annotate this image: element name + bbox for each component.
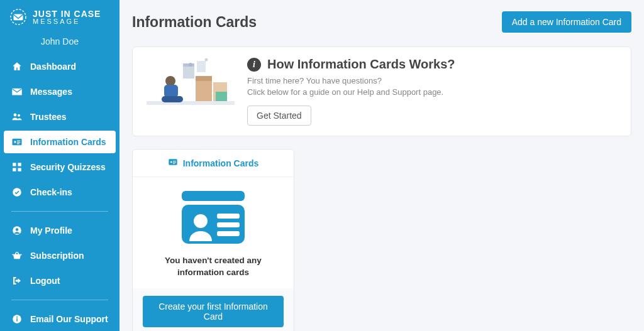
- sidebar-item-label: Information Cards: [30, 137, 106, 147]
- banner-title: How Information Cards Works?: [267, 57, 455, 72]
- svg-rect-8: [17, 143, 19, 144]
- sidebar-item-email-support[interactable]: Email Our Support: [4, 308, 116, 330]
- svg-point-19: [16, 317, 18, 318]
- cards-row: Information Cards Y: [132, 149, 631, 331]
- brand-line1: JUST IN CASE: [33, 9, 101, 18]
- page-title: Information Cards: [132, 14, 257, 31]
- sidebar-item-label: Subscription: [30, 251, 84, 261]
- svg-point-15: [16, 228, 19, 231]
- sidebar-item-dashboard[interactable]: Dashboard: [4, 55, 116, 78]
- sidebar-item-label: Trustees: [30, 112, 67, 122]
- svg-rect-30: [216, 92, 227, 101]
- svg-rect-6: [17, 141, 20, 141]
- sidebar-item-information-cards[interactable]: Information Cards: [4, 131, 116, 153]
- sidebar-item-label: Dashboard: [30, 62, 76, 72]
- svg-point-13: [13, 188, 21, 197]
- card-body: You haven't created any information card…: [133, 177, 294, 288]
- get-started-button[interactable]: Get Started: [247, 106, 311, 126]
- sidebar-item-label: Email Our Support: [30, 314, 108, 324]
- svg-rect-9: [13, 163, 16, 166]
- information-cards-widget: Information Cards Y: [132, 149, 294, 331]
- banner-text: First time here? You have questions? Cli…: [247, 75, 617, 98]
- sidebar-item-label: Security Quizzess: [30, 162, 106, 172]
- sidebar-item-label: Logout: [30, 276, 60, 286]
- sidebar-username: John Doe: [0, 30, 119, 54]
- sidebar-item-security-quizzes[interactable]: Security Quizzess: [4, 156, 116, 178]
- svg-point-40: [194, 214, 208, 228]
- brand-line2: MESSAGE: [33, 18, 101, 25]
- card-footer: Create your first Information Card: [133, 288, 294, 331]
- banner-text-line2: Click below for a guide on our Help and …: [247, 87, 617, 98]
- sidebar-item-messages[interactable]: Messages: [4, 80, 116, 103]
- id-card-large-icon: [175, 190, 251, 246]
- sidebar-item-my-profile[interactable]: My Profile: [4, 219, 116, 242]
- envelope-logo-icon: [9, 8, 28, 26]
- sidebar-item-subscription[interactable]: Subscription: [4, 244, 116, 267]
- empty-state-text: You haven't created any information card…: [143, 255, 284, 278]
- sidebar: JUST IN CASE MESSAGE John Doe Dashboard …: [0, 0, 119, 331]
- card-header-label: Information Cards: [183, 158, 259, 168]
- info-circle-icon: [11, 313, 23, 325]
- svg-point-27: [165, 76, 175, 86]
- svg-rect-43: [217, 231, 240, 236]
- logout-icon: [11, 275, 23, 286]
- main-content: Information Cards Add a new Information …: [119, 0, 644, 331]
- svg-rect-26: [197, 61, 206, 72]
- svg-rect-36: [173, 162, 176, 163]
- sidebar-nav: Dashboard Messages Trustees Information …: [0, 54, 119, 331]
- info-icon: i: [247, 58, 261, 72]
- svg-rect-37: [173, 163, 175, 164]
- sidebar-item-logout[interactable]: Logout: [4, 269, 116, 292]
- sidebar-item-check-ins[interactable]: Check-ins: [4, 181, 116, 203]
- how-it-works-banner: i How Information Cards Works? First tim…: [132, 46, 631, 136]
- svg-point-32: [205, 58, 208, 62]
- svg-rect-29: [162, 96, 183, 102]
- sidebar-separator: [11, 300, 108, 300]
- banner-illustration: [147, 57, 235, 114]
- page-header: Information Cards Add a new Information …: [132, 11, 631, 33]
- sidebar-separator: [11, 211, 108, 212]
- svg-rect-28: [164, 85, 178, 97]
- svg-rect-35: [173, 161, 176, 161]
- svg-rect-7: [17, 142, 20, 143]
- brand-logo[interactable]: JUST IN CASE MESSAGE: [0, 6, 119, 30]
- svg-point-2: [14, 114, 17, 117]
- svg-rect-18: [16, 318, 18, 322]
- user-circle-icon: [11, 225, 23, 236]
- check-circle-icon: [11, 187, 23, 198]
- svg-point-5: [14, 141, 16, 143]
- svg-rect-22: [196, 76, 212, 81]
- sidebar-item-label: Messages: [30, 87, 72, 97]
- home-icon: [11, 61, 23, 72]
- svg-rect-20: [147, 101, 235, 105]
- add-information-card-button[interactable]: Add a new Information Card: [502, 11, 631, 33]
- banner-text-line1: First time here? You have questions?: [247, 75, 617, 87]
- svg-rect-10: [18, 163, 21, 166]
- svg-rect-16: [13, 254, 22, 256]
- svg-point-31: [189, 63, 192, 67]
- svg-rect-38: [182, 191, 245, 201]
- svg-rect-1: [14, 14, 23, 21]
- grid-icon: [11, 161, 23, 173]
- id-card-icon: [168, 157, 178, 169]
- basket-icon: [11, 250, 23, 261]
- banner-body: i How Information Cards Works? First tim…: [247, 57, 617, 126]
- users-icon: [11, 111, 23, 122]
- brand-text: JUST IN CASE MESSAGE: [33, 9, 101, 25]
- sidebar-item-label: Check-ins: [30, 187, 72, 197]
- envelope-icon: [11, 86, 23, 97]
- svg-rect-25: [183, 63, 194, 67]
- svg-point-3: [18, 114, 20, 117]
- create-first-card-button[interactable]: Create your first Information Card: [143, 296, 284, 327]
- svg-rect-42: [217, 222, 240, 227]
- svg-rect-41: [217, 214, 240, 219]
- sidebar-item-label: My Profile: [30, 225, 72, 236]
- card-header: Information Cards: [133, 149, 294, 177]
- sidebar-item-trustees[interactable]: Trustees: [4, 106, 116, 128]
- svg-rect-11: [13, 168, 16, 171]
- id-card-icon: [11, 136, 23, 148]
- svg-rect-12: [18, 168, 21, 171]
- svg-point-34: [170, 161, 172, 163]
